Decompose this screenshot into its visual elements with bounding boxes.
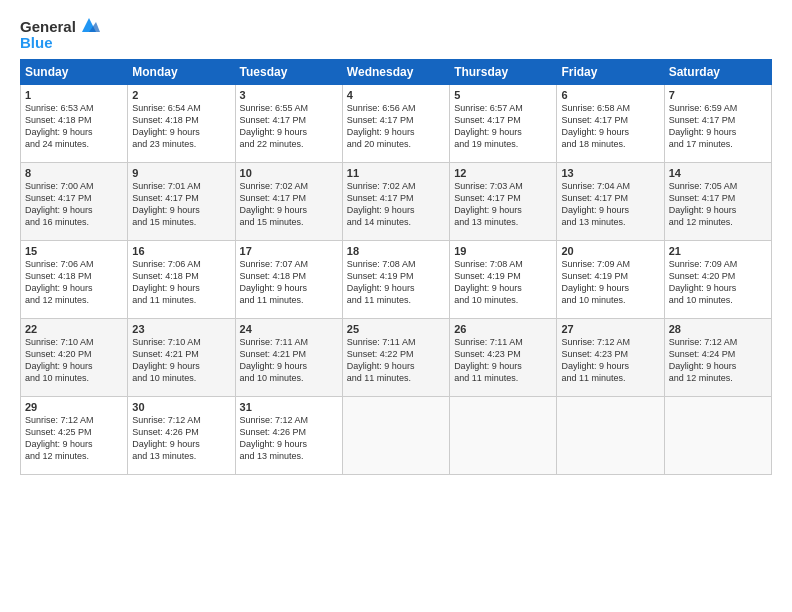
calendar-cell: 29Sunrise: 7:12 AM Sunset: 4:25 PM Dayli… xyxy=(21,397,128,475)
logo: General Blue xyxy=(20,16,100,51)
calendar-cell: 13Sunrise: 7:04 AM Sunset: 4:17 PM Dayli… xyxy=(557,163,664,241)
day-info: Sunrise: 6:55 AM Sunset: 4:17 PM Dayligh… xyxy=(240,103,309,149)
day-number: 19 xyxy=(454,245,552,257)
calendar-cell xyxy=(557,397,664,475)
day-info: Sunrise: 6:56 AM Sunset: 4:17 PM Dayligh… xyxy=(347,103,416,149)
day-info: Sunrise: 7:04 AM Sunset: 4:17 PM Dayligh… xyxy=(561,181,630,227)
calendar-cell: 16Sunrise: 7:06 AM Sunset: 4:18 PM Dayli… xyxy=(128,241,235,319)
day-info: Sunrise: 7:07 AM Sunset: 4:18 PM Dayligh… xyxy=(240,259,309,305)
weekday-header: Saturday xyxy=(664,60,771,85)
day-number: 20 xyxy=(561,245,659,257)
day-number: 26 xyxy=(454,323,552,335)
weekday-header: Thursday xyxy=(450,60,557,85)
day-info: Sunrise: 7:12 AM Sunset: 4:26 PM Dayligh… xyxy=(132,415,201,461)
day-info: Sunrise: 7:06 AM Sunset: 4:18 PM Dayligh… xyxy=(132,259,201,305)
day-number: 3 xyxy=(240,89,338,101)
day-info: Sunrise: 7:12 AM Sunset: 4:23 PM Dayligh… xyxy=(561,337,630,383)
weekday-header: Monday xyxy=(128,60,235,85)
day-number: 21 xyxy=(669,245,767,257)
day-number: 7 xyxy=(669,89,767,101)
day-info: Sunrise: 7:05 AM Sunset: 4:17 PM Dayligh… xyxy=(669,181,738,227)
day-info: Sunrise: 6:53 AM Sunset: 4:18 PM Dayligh… xyxy=(25,103,94,149)
day-number: 22 xyxy=(25,323,123,335)
calendar-cell: 3Sunrise: 6:55 AM Sunset: 4:17 PM Daylig… xyxy=(235,85,342,163)
weekday-header: Wednesday xyxy=(342,60,449,85)
day-info: Sunrise: 7:02 AM Sunset: 4:17 PM Dayligh… xyxy=(240,181,309,227)
day-info: Sunrise: 7:03 AM Sunset: 4:17 PM Dayligh… xyxy=(454,181,523,227)
calendar-cell: 8Sunrise: 7:00 AM Sunset: 4:17 PM Daylig… xyxy=(21,163,128,241)
day-number: 30 xyxy=(132,401,230,413)
day-number: 6 xyxy=(561,89,659,101)
calendar-cell xyxy=(342,397,449,475)
day-number: 4 xyxy=(347,89,445,101)
day-number: 9 xyxy=(132,167,230,179)
calendar-cell: 22Sunrise: 7:10 AM Sunset: 4:20 PM Dayli… xyxy=(21,319,128,397)
calendar-cell: 17Sunrise: 7:07 AM Sunset: 4:18 PM Dayli… xyxy=(235,241,342,319)
calendar-cell: 12Sunrise: 7:03 AM Sunset: 4:17 PM Dayli… xyxy=(450,163,557,241)
day-number: 11 xyxy=(347,167,445,179)
calendar-body: 1Sunrise: 6:53 AM Sunset: 4:18 PM Daylig… xyxy=(21,85,772,475)
calendar-cell: 20Sunrise: 7:09 AM Sunset: 4:19 PM Dayli… xyxy=(557,241,664,319)
day-number: 25 xyxy=(347,323,445,335)
day-number: 14 xyxy=(669,167,767,179)
day-info: Sunrise: 7:10 AM Sunset: 4:21 PM Dayligh… xyxy=(132,337,201,383)
calendar-cell: 19Sunrise: 7:08 AM Sunset: 4:19 PM Dayli… xyxy=(450,241,557,319)
day-info: Sunrise: 7:11 AM Sunset: 4:21 PM Dayligh… xyxy=(240,337,309,383)
day-info: Sunrise: 7:11 AM Sunset: 4:23 PM Dayligh… xyxy=(454,337,523,383)
calendar-cell: 21Sunrise: 7:09 AM Sunset: 4:20 PM Dayli… xyxy=(664,241,771,319)
header: General Blue xyxy=(20,16,772,51)
weekday-header: Sunday xyxy=(21,60,128,85)
calendar-week-row: 15Sunrise: 7:06 AM Sunset: 4:18 PM Dayli… xyxy=(21,241,772,319)
day-info: Sunrise: 7:12 AM Sunset: 4:25 PM Dayligh… xyxy=(25,415,94,461)
calendar-cell: 15Sunrise: 7:06 AM Sunset: 4:18 PM Dayli… xyxy=(21,241,128,319)
calendar-cell: 14Sunrise: 7:05 AM Sunset: 4:17 PM Dayli… xyxy=(664,163,771,241)
page-container: General Blue SundayMondayTuesdayWednesda… xyxy=(0,0,792,485)
day-number: 29 xyxy=(25,401,123,413)
day-info: Sunrise: 6:59 AM Sunset: 4:17 PM Dayligh… xyxy=(669,103,738,149)
weekday-row: SundayMondayTuesdayWednesdayThursdayFrid… xyxy=(21,60,772,85)
calendar-cell: 9Sunrise: 7:01 AM Sunset: 4:17 PM Daylig… xyxy=(128,163,235,241)
calendar-cell: 24Sunrise: 7:11 AM Sunset: 4:21 PM Dayli… xyxy=(235,319,342,397)
calendar-cell: 18Sunrise: 7:08 AM Sunset: 4:19 PM Dayli… xyxy=(342,241,449,319)
day-info: Sunrise: 7:02 AM Sunset: 4:17 PM Dayligh… xyxy=(347,181,416,227)
day-number: 13 xyxy=(561,167,659,179)
day-info: Sunrise: 7:09 AM Sunset: 4:20 PM Dayligh… xyxy=(669,259,738,305)
calendar-cell xyxy=(664,397,771,475)
calendar-cell: 11Sunrise: 7:02 AM Sunset: 4:17 PM Dayli… xyxy=(342,163,449,241)
day-number: 10 xyxy=(240,167,338,179)
day-info: Sunrise: 7:09 AM Sunset: 4:19 PM Dayligh… xyxy=(561,259,630,305)
weekday-header: Friday xyxy=(557,60,664,85)
day-number: 12 xyxy=(454,167,552,179)
calendar-week-row: 22Sunrise: 7:10 AM Sunset: 4:20 PM Dayli… xyxy=(21,319,772,397)
day-number: 15 xyxy=(25,245,123,257)
day-number: 24 xyxy=(240,323,338,335)
calendar-cell: 1Sunrise: 6:53 AM Sunset: 4:18 PM Daylig… xyxy=(21,85,128,163)
day-info: Sunrise: 7:11 AM Sunset: 4:22 PM Dayligh… xyxy=(347,337,416,383)
day-number: 27 xyxy=(561,323,659,335)
calendar-cell: 31Sunrise: 7:12 AM Sunset: 4:26 PM Dayli… xyxy=(235,397,342,475)
day-number: 31 xyxy=(240,401,338,413)
day-info: Sunrise: 7:06 AM Sunset: 4:18 PM Dayligh… xyxy=(25,259,94,305)
day-info: Sunrise: 7:08 AM Sunset: 4:19 PM Dayligh… xyxy=(454,259,523,305)
calendar-cell: 6Sunrise: 6:58 AM Sunset: 4:17 PM Daylig… xyxy=(557,85,664,163)
calendar-cell: 26Sunrise: 7:11 AM Sunset: 4:23 PM Dayli… xyxy=(450,319,557,397)
day-info: Sunrise: 7:08 AM Sunset: 4:19 PM Dayligh… xyxy=(347,259,416,305)
calendar-cell: 27Sunrise: 7:12 AM Sunset: 4:23 PM Dayli… xyxy=(557,319,664,397)
logo-blue-text: Blue xyxy=(20,34,53,51)
day-info: Sunrise: 7:10 AM Sunset: 4:20 PM Dayligh… xyxy=(25,337,94,383)
calendar-header: SundayMondayTuesdayWednesdayThursdayFrid… xyxy=(21,60,772,85)
day-number: 17 xyxy=(240,245,338,257)
weekday-header: Tuesday xyxy=(235,60,342,85)
day-number: 5 xyxy=(454,89,552,101)
day-number: 18 xyxy=(347,245,445,257)
day-number: 16 xyxy=(132,245,230,257)
day-info: Sunrise: 6:57 AM Sunset: 4:17 PM Dayligh… xyxy=(454,103,523,149)
calendar-table: SundayMondayTuesdayWednesdayThursdayFrid… xyxy=(20,59,772,475)
day-number: 28 xyxy=(669,323,767,335)
logo-general-text: General xyxy=(20,18,76,35)
day-number: 2 xyxy=(132,89,230,101)
day-info: Sunrise: 7:12 AM Sunset: 4:26 PM Dayligh… xyxy=(240,415,309,461)
day-info: Sunrise: 7:01 AM Sunset: 4:17 PM Dayligh… xyxy=(132,181,201,227)
calendar-cell: 28Sunrise: 7:12 AM Sunset: 4:24 PM Dayli… xyxy=(664,319,771,397)
calendar-cell: 25Sunrise: 7:11 AM Sunset: 4:22 PM Dayli… xyxy=(342,319,449,397)
